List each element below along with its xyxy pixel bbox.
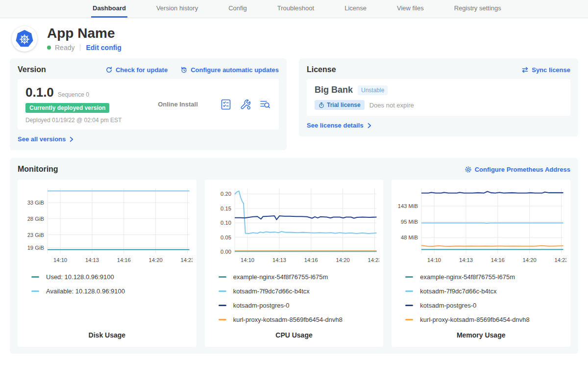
see-all-versions-link[interactable]: See all versions [18,135,74,143]
refresh-icon [105,66,113,74]
svg-text:14:10: 14:10 [53,257,67,263]
license-detail-card: Big Bank Unstable Trial license Does not… [307,79,570,116]
svg-text:23 GiB: 23 GiB [27,232,44,238]
svg-text:14:10: 14:10 [241,257,254,263]
svg-text:14:13: 14:13 [85,257,99,263]
svg-text:0.10: 0.10 [220,220,231,226]
tab-config[interactable]: Config [227,0,248,18]
view-logs-icon[interactable] [259,99,271,110]
series-kotsadm-postgres-0 [421,191,564,193]
install-type-label: Online Install [136,101,220,108]
tab-view-files[interactable]: View files [395,0,425,18]
config-wrench-icon[interactable] [240,99,251,110]
legend-swatch [405,290,413,292]
tab-dashboard[interactable]: Dashboard [91,0,127,18]
series-kurl-proxy-kotsadm-8569fb6454-dnvh8 [421,245,564,246]
legend-label: kotsadm-postgres-0 [233,302,290,309]
svg-text:14:16: 14:16 [117,257,131,263]
deployed-timestamp: Deployed 01/19/22 @ 02:04 pm EST [25,117,136,124]
app-status: Ready [55,44,74,52]
legend-item-kotsadm-7f9dc7d66c-b4tcx: kotsadm-7f9dc7d66c-b4tcx [405,288,566,295]
legend-item-kurl-proxy-kotsadm-8569fb6454-dnvh8: kurl-proxy-kotsadm-8569fb6454-dnvh8 [219,316,380,323]
configure-automatic-updates-link[interactable]: Configure automatic updates [180,66,279,74]
legend-label: kotsadm-7f9dc7d66c-b4tcx [233,288,310,295]
check-for-update-link[interactable]: Check for update [105,66,168,74]
divider [80,44,80,51]
memory-usage-plot: 143 MiB95 MiB48 MiB14:1014:1314:1614:201… [395,185,566,266]
legend-item-available-10-128-0-96-9100: Available: 10.128.0.96:9100 [31,288,193,295]
svg-text:28 GiB: 28 GiB [27,216,44,222]
expiry-label: Does not expire [369,102,414,109]
disk-usage-plot: 33 GiB28 GiB23 GiB19 GiB14:1014:1314:161… [22,185,193,266]
schedule-icon [180,66,188,74]
version-card-title: Version [18,65,46,74]
svg-text:0.05: 0.05 [220,235,231,240]
version-number: 0.1.0 [25,85,54,100]
legend-item-example-nginx-54f8f76755-l675m: example-nginx-54f8f76755-l675m [219,273,380,281]
legend-swatch [405,319,413,320]
sync-license-link[interactable]: Sync license [521,66,570,74]
svg-text:14:23: 14:23 [368,257,379,263]
legend-label: kotsadm-postgres-0 [420,302,476,309]
legend-label: kurl-proxy-kotsadm-8569fb6454-dnvh8 [420,316,529,323]
chevron-right-icon [69,136,74,142]
trial-license-badge: Trial license [315,100,365,110]
license-card: License Sync license Big Bank Unstable T… [299,58,578,136]
legend-item-kurl-proxy-kotsadm-8569fb6454-dnvh8: kurl-proxy-kotsadm-8569fb6454-dnvh8 [405,316,566,323]
legend-item-kotsadm-7f9dc7d66c-b4tcx: kotsadm-7f9dc7d66c-b4tcx [219,288,380,295]
legend-label: kotsadm-7f9dc7d66c-b4tcx [420,288,496,295]
svg-text:0.00: 0.00 [220,249,231,255]
series-kotsadm-7f9dc7d66c-b4tcx [235,191,377,234]
version-card: Version Check for update Configure autom… [10,58,287,150]
legend-item-kotsadm-postgres-0: kotsadm-postgres-0 [219,302,380,309]
svg-text:33 GiB: 33 GiB [27,200,44,206]
legend-label: Available: 10.128.0.96:9100 [46,288,125,295]
svg-text:143 MiB: 143 MiB [398,203,418,209]
stopwatch-icon [318,102,324,108]
svg-text:14:16: 14:16 [304,257,318,263]
series-kotsadm-postgres-0 [235,216,377,220]
svg-text:14:16: 14:16 [491,257,505,263]
legend-swatch [31,276,39,278]
tab-license[interactable]: License [343,0,368,18]
legend-label: example-nginx-54f8f76755-l675m [233,273,328,281]
see-license-details-link[interactable]: See license details [307,122,372,129]
svg-text:19 GiB: 19 GiB [27,245,44,251]
tab-version-history[interactable]: Version history [155,0,199,18]
top-cards-row: Version Check for update Configure autom… [0,58,588,150]
chart-title: Memory Usage [395,323,566,339]
tab-registry-settings[interactable]: Registry settings [453,0,503,18]
legend-label: example-nginx-54f8f76755-l675m [420,273,515,281]
legend-swatch [219,305,226,306]
legend-swatch [405,276,413,278]
configure-prometheus-link[interactable]: Configure Prometheus Address [465,166,570,173]
kubernetes-logo-icon [12,26,37,52]
monitoring-title: Monitoring [18,165,58,174]
cpu-usage-card: 0.200.150.100.050.0014:1014:1314:1614:20… [205,180,384,347]
sequence-label: Sequence 0 [58,91,89,98]
sync-icon [521,66,529,74]
gear-icon [465,166,472,173]
series-kotsadm-7f9dc7d66c-b4tcx [421,223,564,223]
svg-text:14:20: 14:20 [149,257,163,263]
memory-usage-card: 143 MiB95 MiB48 MiB14:1014:1314:1614:201… [392,180,570,347]
edit-config-link[interactable]: Edit config [86,44,121,52]
svg-text:14:23: 14:23 [555,257,566,263]
svg-text:14:20: 14:20 [523,257,537,263]
monitoring-panel: Monitoring Configure Prometheus Address … [10,158,578,354]
top-nav: DashboardVersion historyConfigTroublesho… [0,0,588,18]
current-version-card: 0.1.0 Sequence 0 Currently deployed vers… [18,79,279,130]
legend-label: kurl-proxy-kotsadm-8569fb6454-dnvh8 [233,316,343,323]
svg-text:0.20: 0.20 [220,191,231,197]
legend-swatch [219,290,226,292]
tab-troubleshoot[interactable]: Troubleshoot [276,0,316,18]
legend-swatch [219,276,226,278]
app-title: App Name [47,26,122,40]
preflight-checklist-icon[interactable] [220,99,232,110]
svg-text:14:10: 14:10 [427,257,441,263]
chart-title: Disk Usage [22,323,193,339]
license-card-title: License [307,65,336,74]
svg-text:14:20: 14:20 [336,257,349,263]
legend-label: Used: 10.128.0.96:9100 [46,273,114,281]
nav-tabs: DashboardVersion historyConfigTroublesho… [91,0,503,18]
